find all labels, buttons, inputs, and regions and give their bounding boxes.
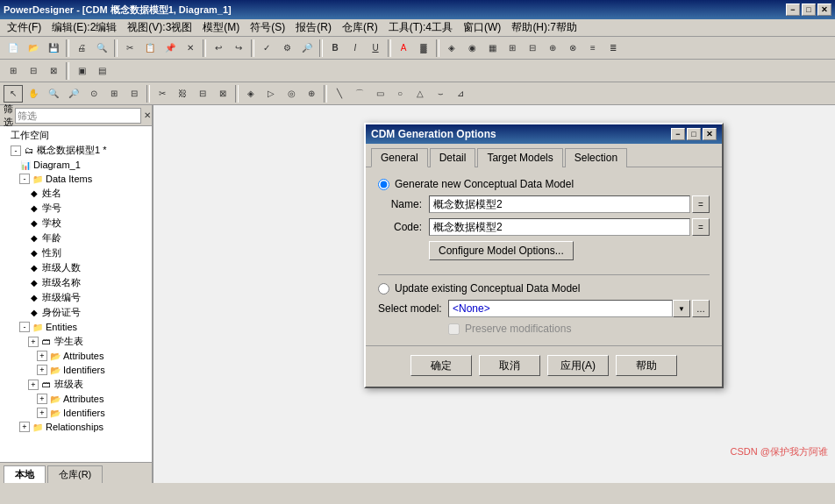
polygon-tool[interactable]: △ <box>410 85 430 103</box>
close-button[interactable]: ✕ <box>817 4 831 16</box>
select-extra-btn[interactable]: … <box>692 300 710 317</box>
curve-tool[interactable]: ⌒ <box>350 85 369 103</box>
save-button[interactable]: 💾 <box>44 39 63 57</box>
tb-extra1[interactable]: ◈ <box>442 39 461 57</box>
print-button[interactable]: 🖨 <box>72 39 91 57</box>
expand-icon-class[interactable]: + <box>28 380 39 390</box>
copy-button[interactable]: 📋 <box>140 39 160 57</box>
tree-student-table[interactable]: + 🗃 学生表 <box>2 334 150 349</box>
ok-button[interactable]: 确定 <box>410 355 472 376</box>
tb-extra3[interactable]: ▦ <box>482 39 502 57</box>
tab-warehouse[interactable]: 仓库(R) <box>47 465 103 483</box>
menu-model[interactable]: 模型(M) <box>197 18 245 37</box>
tb-extra6[interactable]: ⊕ <box>543 39 562 57</box>
tree-item-classnum[interactable]: ◆ 班级人数 <box>2 260 150 275</box>
tree-diagram1[interactable]: 📊 Diagram_1 <box>2 158 150 172</box>
code-btn[interactable]: = <box>692 218 710 236</box>
tab-local[interactable]: 本地 <box>4 465 46 483</box>
cancel-button[interactable]: 取消 <box>479 355 540 376</box>
tb3-extra2[interactable]: ◈ <box>241 85 260 103</box>
tb3-extra1[interactable]: ⊟ <box>125 85 144 103</box>
tree-item-idcard[interactable]: ◆ 身份证号 <box>2 305 150 320</box>
expand-icon-sattr[interactable]: + <box>37 351 47 361</box>
link-tool[interactable]: ⛓ <box>173 85 192 103</box>
redo-button[interactable]: ↪ <box>229 39 248 57</box>
tb-extra2[interactable]: ◉ <box>462 39 482 57</box>
tree-item-age[interactable]: ◆ 年龄 <box>2 231 150 245</box>
menu-help[interactable]: 帮助(H):7帮助 <box>506 18 582 37</box>
generate-new-radio[interactable] <box>378 179 389 190</box>
dialog-close-btn[interactable]: ✕ <box>703 128 717 140</box>
menu-file[interactable]: 文件(F) <box>2 18 46 37</box>
bold-button[interactable]: B <box>325 39 345 57</box>
tb3-extra7[interactable]: ⊿ <box>451 85 470 103</box>
dialog-tab-target[interactable]: Target Models <box>477 148 562 167</box>
undo-button[interactable]: ↩ <box>209 39 228 57</box>
tb3-extra4[interactable]: ◎ <box>282 85 301 103</box>
filter-input[interactable] <box>15 108 141 124</box>
new-button[interactable]: 📄 <box>4 39 23 57</box>
menu-view[interactable]: 视图(V):3视图 <box>122 18 197 37</box>
maximize-button[interactable]: □ <box>802 4 816 16</box>
tb2-3[interactable]: ⊠ <box>44 62 63 80</box>
delete-button[interactable]: ✕ <box>181 39 200 57</box>
menu-tools[interactable]: 工具(T):4工具 <box>383 18 458 37</box>
dialog-tab-detail[interactable]: Detail <box>430 148 476 167</box>
find-button[interactable]: 🔎 <box>297 39 317 57</box>
dialog-tab-general[interactable]: General <box>371 148 428 167</box>
scissors-tool[interactable]: ✂ <box>153 85 172 103</box>
highlight-button[interactable]: ▓ <box>414 39 433 57</box>
tb2-5[interactable]: ▤ <box>92 62 111 80</box>
zoom-reset-tool[interactable]: ⊙ <box>84 85 103 103</box>
expand-icon-sid[interactable]: + <box>37 365 47 375</box>
name-btn[interactable]: = <box>692 195 710 213</box>
menu-warehouse[interactable]: 仓库(R) <box>337 18 383 37</box>
tb-extra7[interactable]: ⊗ <box>563 39 582 57</box>
ellipse-tool[interactable]: ○ <box>390 85 410 103</box>
line-tool[interactable]: ╲ <box>330 85 349 103</box>
expand-icon-cid[interactable]: + <box>37 408 47 418</box>
select-tool[interactable]: ↖ <box>4 85 23 103</box>
expand-icon-cattr[interactable]: + <box>37 394 47 404</box>
dialog-maximize-btn[interactable]: □ <box>687 128 701 140</box>
rect-tool[interactable]: ▭ <box>370 85 389 103</box>
tree-item-id[interactable]: ◆ 学号 <box>2 201 150 216</box>
tb-extra9[interactable]: ≣ <box>603 39 623 57</box>
code-input[interactable] <box>429 218 690 236</box>
dialog-tab-selection[interactable]: Selection <box>565 148 627 167</box>
tree-class-ids[interactable]: + 📂 Identifiers <box>2 406 150 420</box>
configure-model-btn[interactable]: Configure Model Options... <box>429 241 574 260</box>
flow-tool[interactable]: ⊠ <box>213 85 232 103</box>
help-button[interactable]: 帮助 <box>616 355 677 376</box>
preserve-checkbox[interactable] <box>448 323 460 335</box>
tb2-1[interactable]: ⊞ <box>4 62 23 80</box>
tree-item-school[interactable]: ◆ 学校 <box>2 216 150 231</box>
tb-extra5[interactable]: ⊟ <box>523 39 542 57</box>
tb3-extra3[interactable]: ▷ <box>261 85 281 103</box>
tree-entities[interactable]: - 📁 Entities <box>2 320 150 334</box>
hand-tool[interactable]: ✋ <box>24 85 43 103</box>
zoom-out-tool[interactable]: 🔎 <box>64 85 83 103</box>
tb3-extra5[interactable]: ⊕ <box>302 85 321 103</box>
tree-student-ids[interactable]: + 📂 Identifiers <box>2 363 150 377</box>
apply-button[interactable]: 应用(A) <box>547 355 609 376</box>
tb2-4[interactable]: ▣ <box>72 62 91 80</box>
zoom-fit-tool[interactable]: ⊞ <box>104 85 124 103</box>
properties-button[interactable]: ⚙ <box>277 39 296 57</box>
tree-model-root[interactable]: - 🗂 概念数据模型1 * <box>2 143 150 158</box>
tree-relationships[interactable]: + 📁 Relationships <box>2 420 150 434</box>
tree-item-classcode[interactable]: ◆ 班级编号 <box>2 290 150 305</box>
expand-icon-entities[interactable]: - <box>19 322 30 332</box>
cut-button[interactable]: ✂ <box>120 39 139 57</box>
tb-extra4[interactable]: ⊞ <box>503 39 522 57</box>
tb-extra8[interactable]: ≡ <box>583 39 603 57</box>
menu-symbol[interactable]: 符号(S) <box>245 18 290 37</box>
open-button[interactable]: 📂 <box>24 39 43 57</box>
tree-student-attrs[interactable]: + 📂 Attributes <box>2 349 150 363</box>
tb3-extra6[interactable]: ⌣ <box>431 85 450 103</box>
update-existing-radio[interactable] <box>378 283 389 295</box>
expand-icon-rel[interactable]: + <box>19 422 30 432</box>
filter-cancel-btn[interactable]: ✕ <box>143 109 152 123</box>
menu-window[interactable]: 窗口(W) <box>458 18 506 37</box>
tree-item-gender[interactable]: ◆ 性别 <box>2 245 150 260</box>
